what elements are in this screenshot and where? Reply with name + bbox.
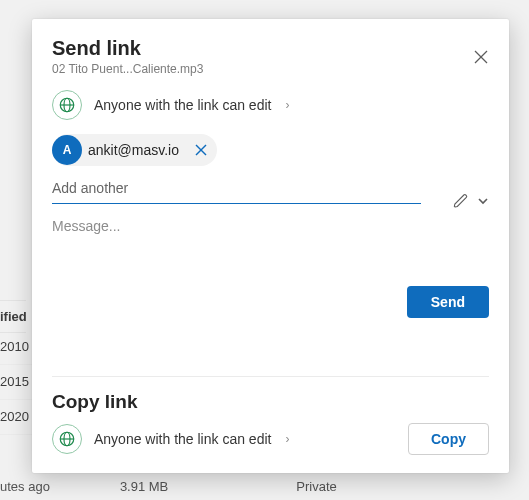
dialog-subtitle: 02 Tito Puent...Caliente.mp3 — [52, 62, 489, 76]
bg-footer: utes ago 3.91 MB Private — [0, 479, 337, 494]
chevron-right-icon: › — [285, 432, 289, 446]
recipient-email: ankit@masv.io — [88, 142, 179, 158]
copy-permission-text: Anyone with the link can edit — [94, 431, 271, 447]
avatar: A — [52, 135, 82, 165]
message-input[interactable] — [52, 218, 489, 234]
chevron-down-icon — [477, 195, 489, 207]
chevron-right-icon: › — [285, 98, 289, 112]
share-dialog: Send link 02 Tito Puent...Caliente.mp3 A… — [32, 19, 509, 473]
edit-permission-controls[interactable] — [453, 193, 489, 209]
send-button[interactable]: Send — [407, 286, 489, 318]
remove-recipient-icon[interactable] — [195, 144, 207, 156]
copy-permission-row[interactable]: Anyone with the link can edit › Copy — [52, 423, 489, 455]
copy-button[interactable]: Copy — [408, 423, 489, 455]
globe-icon — [52, 90, 82, 120]
copy-link-title: Copy link — [52, 391, 489, 413]
close-icon[interactable] — [473, 49, 489, 65]
link-permission-row[interactable]: Anyone with the link can edit › — [52, 90, 489, 120]
globe-icon — [52, 424, 82, 454]
add-recipient-row[interactable] — [52, 176, 421, 204]
add-recipient-input[interactable] — [52, 180, 421, 196]
recipient-chip[interactable]: A ankit@masv.io — [52, 134, 217, 166]
pencil-icon — [453, 193, 469, 209]
permission-text: Anyone with the link can edit — [94, 97, 271, 113]
dialog-title: Send link — [52, 37, 489, 60]
